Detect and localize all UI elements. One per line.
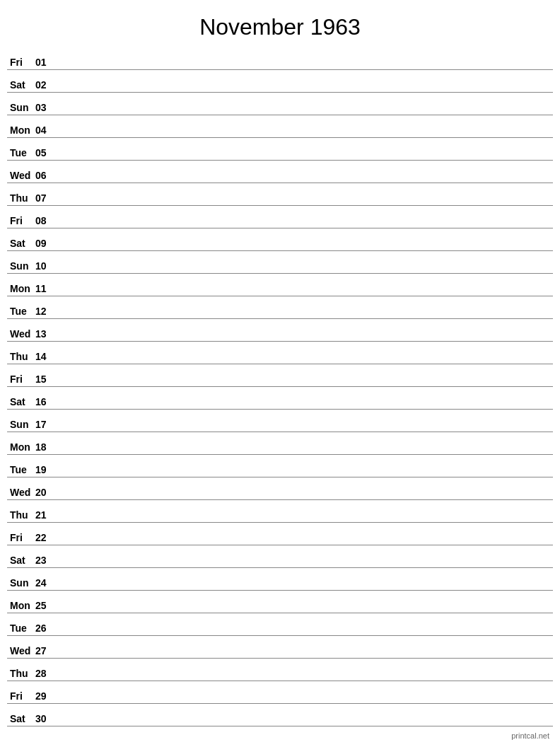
day-row: Thu14: [7, 342, 553, 364]
day-row: Fri01: [7, 47, 553, 70]
day-row: Wed27: [7, 636, 553, 659]
day-row: Mon04: [7, 115, 553, 138]
page-title: November 1963: [0, 0, 560, 47]
day-name: Fri: [7, 374, 35, 385]
day-row: Sat02: [7, 70, 553, 93]
day-row: Mon11: [7, 274, 553, 296]
day-number: 03: [35, 102, 57, 113]
day-line: [57, 226, 553, 226]
day-row: Fri22: [7, 523, 553, 545]
day-line: [57, 135, 553, 136]
day-name: Fri: [7, 57, 35, 68]
day-name: Wed: [7, 328, 35, 340]
footer-credit: printcal.net: [511, 731, 549, 740]
day-name: Mon: [7, 600, 35, 611]
day-number: 24: [35, 577, 57, 589]
day-row: Fri15: [7, 364, 553, 387]
day-line: [57, 158, 553, 158]
day-line: [57, 361, 553, 362]
day-line: [57, 271, 553, 272]
day-line: [57, 90, 553, 91]
day-name: Sat: [7, 238, 35, 249]
day-name: Sat: [7, 555, 35, 566]
day-row: Fri29: [7, 681, 553, 704]
day-number: 02: [35, 79, 57, 91]
day-number: 14: [35, 351, 57, 362]
day-row: Mon25: [7, 591, 553, 613]
day-number: 15: [35, 374, 57, 385]
calendar-grid: Fri01Sat02Sun03Mon04Tue05Wed06Thu07Fri08…: [0, 47, 560, 726]
day-line: [57, 543, 553, 543]
day-name: Mon: [7, 283, 35, 294]
day-row: Sat09: [7, 228, 553, 251]
day-name: Sun: [7, 419, 35, 430]
day-number: 17: [35, 419, 57, 430]
day-name: Sun: [7, 577, 35, 589]
day-number: 05: [35, 147, 57, 158]
day-number: 07: [35, 192, 57, 204]
day-line: [57, 656, 553, 656]
day-number: 09: [35, 238, 57, 249]
day-line: [57, 67, 553, 68]
day-row: Tue05: [7, 138, 553, 161]
day-number: 12: [35, 306, 57, 317]
day-line: [57, 180, 553, 181]
day-name: Tue: [7, 147, 35, 158]
day-name: Tue: [7, 622, 35, 634]
day-name: Thu: [7, 509, 35, 521]
day-name: Wed: [7, 170, 35, 181]
day-number: 11: [35, 283, 57, 294]
day-number: 13: [35, 328, 57, 340]
day-number: 10: [35, 260, 57, 272]
day-row: Sun24: [7, 568, 553, 591]
day-line: [57, 565, 553, 566]
day-line: [57, 497, 553, 498]
day-row: Sun03: [7, 93, 553, 115]
day-name: Mon: [7, 124, 35, 136]
day-number: 30: [35, 713, 57, 724]
day-row: Wed06: [7, 161, 553, 183]
day-name: Thu: [7, 192, 35, 204]
day-number: 01: [35, 57, 57, 68]
day-row: Sat23: [7, 545, 553, 568]
day-row: Tue26: [7, 613, 553, 636]
day-name: Mon: [7, 441, 35, 453]
day-number: 04: [35, 124, 57, 136]
day-number: 19: [35, 464, 57, 475]
day-line: [57, 452, 553, 453]
day-name: Wed: [7, 645, 35, 656]
day-number: 08: [35, 215, 57, 226]
day-line: [57, 520, 553, 521]
day-name: Fri: [7, 215, 35, 226]
day-line: [57, 429, 553, 430]
day-number: 23: [35, 555, 57, 566]
day-row: Thu21: [7, 500, 553, 523]
day-number: 16: [35, 396, 57, 407]
day-row: Tue12: [7, 296, 553, 319]
day-number: 18: [35, 441, 57, 453]
day-row: Sun17: [7, 410, 553, 432]
day-line: [57, 724, 553, 724]
day-number: 29: [35, 690, 57, 702]
day-name: Thu: [7, 668, 35, 679]
day-name: Sun: [7, 102, 35, 113]
day-line: [57, 294, 553, 294]
day-row: Fri08: [7, 206, 553, 228]
day-row: Sat16: [7, 387, 553, 410]
day-line: [57, 316, 553, 317]
day-row: Sun10: [7, 251, 553, 274]
day-name: Tue: [7, 464, 35, 475]
day-line: [57, 248, 553, 249]
day-name: Fri: [7, 690, 35, 702]
day-line: [57, 339, 553, 340]
day-name: Tue: [7, 306, 35, 317]
day-number: 27: [35, 645, 57, 656]
day-number: 22: [35, 532, 57, 543]
day-row: Thu28: [7, 659, 553, 681]
day-name: Wed: [7, 487, 35, 498]
day-line: [57, 610, 553, 611]
day-name: Sat: [7, 79, 35, 91]
day-row: Thu07: [7, 183, 553, 206]
day-row: Sat30: [7, 704, 553, 726]
day-line: [57, 384, 553, 385]
